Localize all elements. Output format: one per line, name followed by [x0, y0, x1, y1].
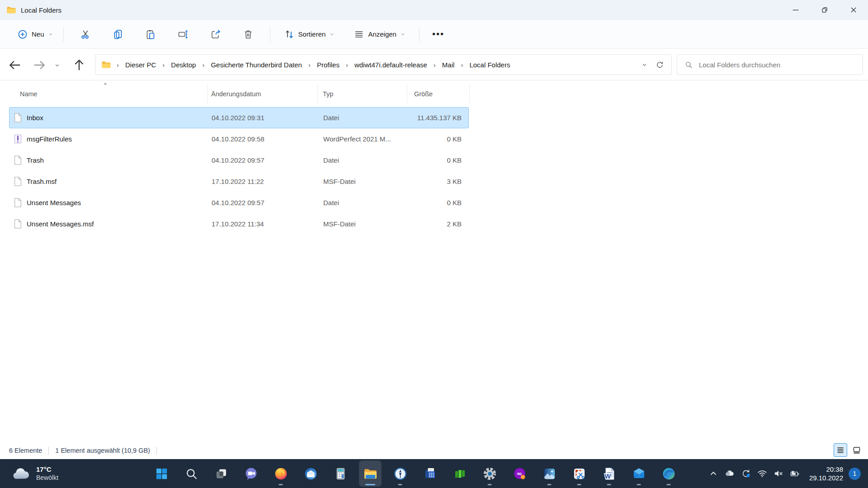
delete-button[interactable]	[237, 24, 259, 44]
share-icon	[210, 29, 221, 40]
taskbar-thunderbird-icon[interactable]	[300, 461, 321, 486]
breadcrumb-item[interactable]: Desktop	[170, 59, 197, 70]
breadcrumb-item[interactable]: Gesicherte Thunderbird Daten	[210, 59, 303, 70]
taskbar-wordperfect-icon[interactable]	[389, 461, 411, 486]
file-name: Unsent Messages.msf	[27, 220, 94, 228]
folder-icon	[101, 61, 111, 69]
calculator-icon	[334, 467, 348, 481]
svg-text:W: W	[604, 473, 611, 480]
breadcrumb-item[interactable]: Local Folders	[468, 59, 511, 70]
taskbar-file-explorer-icon[interactable]	[359, 461, 381, 486]
breadcrumb-separator: ›	[346, 61, 348, 69]
taskbar-fax-icon[interactable]	[419, 461, 441, 486]
taskbar-mail-icon[interactable]	[628, 461, 650, 486]
taskbar-search-icon[interactable]	[180, 461, 202, 486]
wifi-icon[interactable]	[754, 464, 770, 483]
breadcrumb-separator: ›	[434, 61, 436, 69]
file-modified: 04.10.2022 09:58	[212, 135, 323, 143]
details-view-button[interactable]	[834, 443, 847, 457]
minimize-button[interactable]	[781, 0, 810, 20]
chevron-down-icon	[400, 32, 406, 37]
toolbar-divider	[63, 27, 64, 42]
copy-button[interactable]	[107, 24, 129, 44]
column-header-modified[interactable]: Änderungsdatum	[211, 90, 261, 98]
file-explorer-icon	[363, 467, 377, 481]
close-button[interactable]	[839, 0, 868, 20]
taskbar-clock[interactable]: 20:38 29.10.2022	[809, 465, 843, 483]
taskbar-snipping-tool-icon[interactable]	[568, 461, 590, 486]
file-row[interactable]: Trash.msf17.10.2022 11:22MSF-Datei3 KB	[9, 171, 469, 192]
breadcrumb-item[interactable]: wdiwt47i.default-release	[354, 59, 428, 70]
column-divider[interactable]	[407, 84, 407, 103]
column-divider[interactable]	[207, 84, 208, 103]
column-header-size[interactable]: Größe	[414, 90, 433, 98]
tray-chevron-up-icon[interactable]	[705, 464, 722, 483]
column-header-type[interactable]: Typ	[323, 90, 333, 98]
taskbar-movie-app-icon[interactable]	[449, 461, 471, 486]
file-rows: Inbox04.10.2022 09:31Datei11.435.137 KBm…	[0, 107, 868, 235]
back-button[interactable]	[7, 57, 23, 73]
taskbar-firefox-icon[interactable]	[270, 461, 292, 486]
address-bar[interactable]: ›Dieser PC›Desktop›Gesicherte Thunderbir…	[95, 54, 672, 75]
onedrive-icon[interactable]	[722, 464, 738, 483]
volume-muted-icon[interactable]	[770, 464, 787, 483]
battery-icon[interactable]	[787, 464, 803, 483]
file-type: WordPerfect 2021 M...	[323, 135, 407, 143]
taskbar-edge-icon[interactable]	[658, 461, 679, 486]
paste-icon	[145, 29, 156, 40]
view-button[interactable]: Anzeigen	[349, 25, 410, 43]
file-row[interactable]: Inbox04.10.2022 09:31Datei11.435.137 KB	[9, 107, 469, 128]
system-tray: 20:38 29.10.2022 1	[705, 459, 868, 488]
view-lines-icon	[354, 29, 364, 40]
paste-button[interactable]	[140, 24, 161, 44]
teams-chat-icon	[244, 467, 258, 481]
recent-locations-button[interactable]	[51, 57, 63, 73]
search-box[interactable]	[677, 54, 863, 75]
taskbar-task-view-icon[interactable]	[210, 461, 232, 486]
breadcrumb-item[interactable]: Dieser PC	[124, 59, 157, 70]
file-row[interactable]: Trash04.10.2022 09:57Datei0 KB	[9, 150, 469, 171]
forward-button[interactable]	[32, 57, 47, 73]
notification-badge[interactable]: 1	[849, 468, 861, 480]
share-button[interactable]	[205, 24, 226, 44]
window-title: Local Folders	[21, 6, 61, 14]
more-options-button[interactable]: •••	[425, 29, 452, 39]
sync-icon[interactable]	[738, 464, 754, 483]
address-dropdown-icon[interactable]	[642, 62, 647, 68]
up-button[interactable]	[71, 57, 87, 73]
restore-button[interactable]	[810, 0, 839, 20]
column-headers: ^ Name Änderungsdatum Typ Größe	[9, 83, 470, 105]
refresh-icon[interactable]	[656, 61, 664, 69]
breadcrumb-item[interactable]: Mail	[441, 59, 456, 70]
taskbar-photos-icon[interactable]	[538, 461, 560, 486]
settings-icon	[483, 467, 497, 481]
cut-button[interactable]	[75, 24, 96, 44]
breadcrumb-item[interactable]: Profiles	[316, 59, 340, 70]
column-divider[interactable]	[469, 84, 470, 103]
file-row[interactable]: msgFilterRules04.10.2022 09:58WordPerfec…	[9, 128, 469, 150]
column-divider[interactable]	[317, 84, 318, 103]
taskbar-settings-icon[interactable]	[479, 461, 500, 486]
explorer-window: Local Folders Neu Sortieren Anzeigen •••	[0, 0, 868, 459]
file-row[interactable]: Unsent Messages04.10.2022 09:57Datei0 KB	[9, 192, 469, 213]
file-modified: 04.10.2022 09:57	[212, 156, 323, 164]
taskbar-firefox-infinity-icon[interactable]: ∞	[509, 461, 530, 486]
sort-button[interactable]: Sortieren	[279, 25, 340, 43]
file-row[interactable]: Unsent Messages.msf17.10.2022 11:34MSF-D…	[9, 213, 469, 235]
large-icons-view-button[interactable]	[850, 443, 863, 457]
taskbar-calculator-icon[interactable]	[330, 461, 351, 486]
copy-icon	[113, 29, 123, 40]
fax-icon	[423, 467, 437, 481]
rename-button[interactable]	[172, 24, 194, 44]
weather-widget[interactable]: 17°C Bewölkt	[6, 459, 63, 488]
column-header-name[interactable]: Name	[20, 90, 38, 98]
taskbar-teams-chat-icon[interactable]	[240, 461, 262, 486]
taskbar-start-icon[interactable]	[151, 461, 172, 486]
taskbar-icons: ∞W	[151, 459, 679, 488]
file-icon	[14, 155, 22, 165]
file-type: Datei	[323, 156, 407, 164]
file-size: 0 KB	[407, 156, 468, 164]
taskbar-word-icon[interactable]: W	[598, 461, 620, 486]
search-input[interactable]	[699, 61, 848, 69]
new-button[interactable]: Neu	[13, 25, 58, 43]
